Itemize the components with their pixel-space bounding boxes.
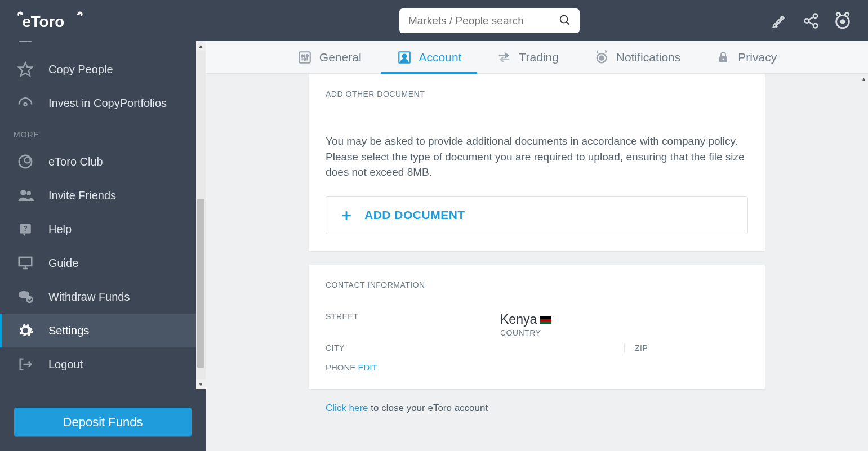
svg-point-14 xyxy=(813,14,818,18)
svg-point-27 xyxy=(723,58,724,60)
sidebar: eToro Trade Markets Copy People Invest i… xyxy=(0,0,206,451)
tab-label: Privacy xyxy=(738,51,777,64)
add-document-card: ADD OTHER DOCUMENT You may be asked to p… xyxy=(309,74,765,251)
presentation-icon xyxy=(16,253,35,273)
deposit-funds-button[interactable]: Deposit Funds xyxy=(14,408,192,437)
search-box[interactable] xyxy=(399,8,580,33)
svg-point-21 xyxy=(306,55,308,56)
person-frame-icon xyxy=(397,50,412,65)
country-value: Kenya xyxy=(500,312,624,327)
arrows-icon xyxy=(496,50,512,65)
svg-point-3 xyxy=(24,103,27,106)
tab-label: Notifications xyxy=(616,51,680,64)
tab-privacy[interactable]: Privacy xyxy=(715,41,777,73)
svg-point-7 xyxy=(27,191,32,196)
add-document-label: ADD DOCUMENT xyxy=(364,208,465,222)
svg-point-23 xyxy=(402,54,406,58)
search-input[interactable] xyxy=(408,15,558,27)
svg-rect-10 xyxy=(19,257,32,266)
logo[interactable]: eToro xyxy=(0,0,206,41)
close-account-link[interactable]: Click here xyxy=(326,403,368,413)
sliders-icon xyxy=(297,50,313,65)
scroll-down-icon[interactable]: ▼ xyxy=(196,379,206,389)
write-post-icon[interactable] xyxy=(770,11,789,30)
sidebar-item-trade-markets[interactable]: Trade Markets xyxy=(0,41,206,52)
svg-point-15 xyxy=(805,19,809,23)
svg-point-5 xyxy=(25,158,30,163)
plus-icon: ＋ xyxy=(339,204,354,226)
gauge-icon xyxy=(16,93,35,113)
svg-rect-1 xyxy=(20,41,32,42)
svg-point-20 xyxy=(304,58,305,60)
svg-point-13 xyxy=(560,15,568,23)
sidebar-item-etoro-club[interactable]: eToro Club xyxy=(0,145,206,178)
country-label: COUNTRY xyxy=(500,328,624,337)
tab-label: Account xyxy=(419,51,462,64)
sidebar-label: Withdraw Funds xyxy=(48,291,130,303)
topbar xyxy=(206,0,868,41)
street-label: STREET xyxy=(326,312,500,321)
card-description: You may be asked to provide additional d… xyxy=(326,133,748,180)
sidebar-label: Settings xyxy=(48,324,89,337)
sidebar-item-copy-people[interactable]: Copy People xyxy=(0,52,206,86)
tab-trading[interactable]: Trading xyxy=(496,41,558,73)
contact-card: CONTACT INFORMATION STREET Kenya COUNTRY… xyxy=(309,265,765,389)
phone-label: PHONE xyxy=(326,363,355,372)
sidebar-item-logout[interactable]: Logout xyxy=(0,347,206,381)
gear-icon xyxy=(16,321,35,340)
zip-label: ZIP xyxy=(635,343,748,352)
scroll-up-icon[interactable]: ▲ xyxy=(196,41,206,51)
settings-tabs: General Account Trading Notifications Pr… xyxy=(206,41,868,74)
sidebar-item-help[interactable]: ? Help xyxy=(0,212,206,246)
svg-marker-2 xyxy=(19,62,32,75)
sidebar-item-copyportfolios[interactable]: Invest in CopyPortfolios xyxy=(0,86,206,120)
search-icon[interactable] xyxy=(558,14,571,28)
share-icon[interactable] xyxy=(802,11,821,30)
card-title: CONTACT INFORMATION xyxy=(326,280,748,289)
tab-account[interactable]: Account xyxy=(397,41,462,73)
tab-label: General xyxy=(319,51,362,64)
sidebar-section-more: MORE xyxy=(0,120,206,145)
svg-text:eToro: eToro xyxy=(22,13,64,30)
sidebar-item-guide[interactable]: Guide xyxy=(0,246,206,280)
tab-label: Trading xyxy=(519,51,558,64)
sidebar-label: Guide xyxy=(48,257,78,270)
scroll-up-icon[interactable]: ▴ xyxy=(859,74,868,83)
lock-icon xyxy=(715,50,731,65)
sidebar-label: Help xyxy=(48,223,72,236)
edit-phone-link[interactable]: EDIT xyxy=(358,363,377,372)
sidebar-item-withdraw[interactable]: Withdraw Funds xyxy=(0,280,206,314)
sidebar-label: Trade Markets xyxy=(48,41,121,42)
svg-point-12 xyxy=(26,296,33,303)
content-area: ADD OTHER DOCUMENT You may be asked to p… xyxy=(206,74,868,451)
logout-icon xyxy=(16,355,35,374)
sidebar-label: Invest in CopyPortfolios xyxy=(48,97,167,110)
svg-point-19 xyxy=(301,55,303,57)
content-scrollbar[interactable]: ▴ xyxy=(859,74,868,451)
close-account-line: Click here to close your eToro account xyxy=(309,403,765,414)
svg-point-6 xyxy=(20,190,26,195)
sidebar-label: Invite Friends xyxy=(48,189,116,202)
star-icon xyxy=(16,60,35,79)
sidebar-item-settings[interactable]: Settings xyxy=(0,314,206,347)
add-document-button[interactable]: ＋ ADD DOCUMENT xyxy=(326,196,748,234)
chart-icon xyxy=(16,41,35,45)
etoro-badge-icon[interactable] xyxy=(833,11,852,30)
sidebar-label: eToro Club xyxy=(48,155,103,168)
club-icon xyxy=(16,152,35,171)
svg-point-25 xyxy=(599,56,603,60)
sidebar-item-invite-friends[interactable]: Invite Friends xyxy=(0,178,206,212)
sidebar-scrollbar[interactable]: ▲ ▼ xyxy=(196,41,206,389)
sidebar-label: Copy People xyxy=(48,63,113,76)
etoro-small-icon xyxy=(594,50,609,65)
svg-text:?: ? xyxy=(23,224,28,233)
city-label: CITY xyxy=(326,343,500,352)
phone-row: PHONE EDIT xyxy=(326,363,748,372)
svg-point-16 xyxy=(813,24,818,28)
scroll-thumb[interactable] xyxy=(197,199,204,368)
tab-general[interactable]: General xyxy=(297,41,362,73)
card-title: ADD OTHER DOCUMENT xyxy=(326,90,748,99)
tab-notifications[interactable]: Notifications xyxy=(594,41,680,73)
coins-icon xyxy=(16,287,35,306)
people-icon xyxy=(16,186,35,205)
